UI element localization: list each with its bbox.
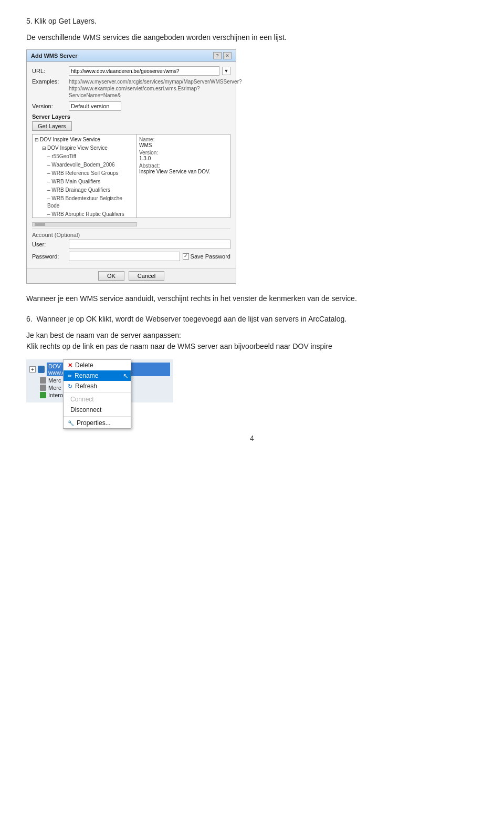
version-row: Version: Default version [32, 101, 230, 111]
merc1-text: Merc [48, 377, 61, 384]
titlebar-icons: ? ✕ [213, 52, 232, 59]
dialog-body: URL: ▼ Examples: http://www.myserver.com… [27, 62, 236, 268]
wms-dialog-screenshot: Add WMS Server ? ✕ URL: ▼ Examples: http… [26, 49, 236, 284]
refresh-label: Refresh [75, 383, 97, 390]
layer-text: WRB Drainage Qualifiers [51, 187, 110, 193]
rename-label: Rename [75, 372, 98, 379]
context-menu-rename[interactable]: ✏ Rename ↖ [64, 370, 131, 381]
version-dropdown[interactable]: Default version [69, 101, 121, 111]
url-input[interactable] [69, 66, 219, 76]
detail-version-value: 1.3.0 [139, 156, 151, 161]
get-layers-btn[interactable]: Get Layers [32, 121, 72, 131]
context-menu-popup: ✕ Delete ✏ Rename ↖ ↻ Refresh Connect [63, 359, 131, 429]
server-layers-label: Server Layers [32, 113, 230, 120]
step6-text: Wanneer je op OK klikt, wordt de Webserv… [36, 315, 346, 323]
step5-title: 5. Klik op Get Layers. [26, 16, 478, 27]
ok-button[interactable]: OK [98, 271, 124, 281]
step6-header: 6. Wanneer je op OK klikt, wordt de Webs… [26, 314, 478, 325]
dialog-footer: OK Cancel [27, 268, 236, 283]
detail-version-label: Version: [139, 150, 158, 156]
layer-item[interactable]: – WRB Abruptic Ruptic Qualifiers [34, 210, 135, 218]
url-label: URL: [32, 68, 66, 74]
layer-panel: ⊟ DOV Inspire View Service ⊟ DOV Inspire… [32, 134, 230, 218]
context-menu-properties[interactable]: 🔧 Properties... [64, 418, 131, 428]
connect-label: Connect [70, 396, 94, 403]
detail-name-label: Name: [139, 137, 154, 142]
layer-item[interactable]: – WRB Reference Soil Groups [34, 169, 135, 178]
step5-after-text: Wanneer je een WMS service aanduidt, ver… [26, 293, 478, 304]
version-label: Version: [32, 103, 66, 109]
dialog-titlebar: Add WMS Server ? ✕ [27, 50, 236, 62]
examples-line1: http://www.myserver.com/arcgis/services/… [69, 79, 242, 85]
password-label: Password: [32, 253, 66, 260]
examples-label: Examples: [32, 78, 66, 85]
properties-label: Properties... [77, 419, 111, 427]
refresh-icon: ↻ [68, 383, 72, 390]
step6-rename-text: Je kan best de naam van de server aanpas… [26, 330, 478, 352]
context-menu-refresh[interactable]: ↻ Refresh [64, 381, 131, 391]
detail-name-field: Name: WMS [139, 137, 228, 148]
delete-label: Delete [75, 361, 93, 369]
detail-name-value: WMS [139, 142, 152, 148]
detail-abstract-value: Inspire View Service van DOV. [139, 169, 211, 174]
layer-text: WRB Bodemtextuur Belgische Bode [47, 195, 122, 209]
user-input[interactable] [69, 240, 230, 249]
context-menu-sep1 [64, 392, 131, 393]
rename-icon: ✏ [68, 373, 72, 379]
layer-item[interactable]: – WRB Bodemtextuur Belgische Bode [34, 194, 135, 210]
layer-text: DOV Inspire View Service [40, 136, 100, 143]
layer-list[interactable]: ⊟ DOV Inspire View Service ⊟ DOV Inspire… [32, 134, 137, 218]
layer-text: DOV Inspire View Service [47, 144, 108, 152]
scrollbar-area [32, 222, 230, 226]
layer-text: Waardevolle_Bodem_2006 [51, 162, 114, 168]
examples-line2: http://www.example.com/servlet/com.esri.… [69, 86, 200, 98]
detail-abstract-label: Abstract: [139, 163, 160, 169]
expand-box-icon: + [29, 366, 36, 373]
expand-icon: ⊟ [35, 137, 39, 143]
layer-text: WRB Reference Soil Groups [51, 170, 118, 176]
layer-text: r55GeoTiff [51, 153, 76, 159]
context-background: + DOV Inspire View Service on www.dov.vl… [26, 359, 173, 402]
page-number: 4 [250, 434, 254, 442]
layer-item[interactable]: ⊟ DOV Inspire View Service [34, 136, 135, 144]
save-password-label[interactable]: Save Password [183, 253, 230, 260]
horizontal-scrollbar[interactable] [32, 222, 137, 226]
globe-icon [38, 366, 45, 373]
layer-text: WRB Abruptic Ruptic Qualifiers [51, 211, 124, 217]
context-menu-sep2 [64, 416, 131, 417]
properties-icon: 🔧 [68, 420, 74, 426]
password-input[interactable] [69, 252, 180, 261]
layer-item[interactable]: – Waardevolle_Bodem_2006 [34, 161, 135, 169]
examples-row: Examples: http://www.myserver.com/arcgis… [32, 78, 230, 99]
layer-icon [40, 377, 46, 384]
account-section: Account (Optional) User: Password: Save … [32, 229, 230, 261]
account-optional-label: Account (Optional) [32, 232, 230, 238]
layer-item[interactable]: – WRB Main Qualifiers [34, 178, 135, 186]
delete-icon: ✕ [68, 362, 72, 369]
step5-subtitle: De verschillende WMS services die aangeb… [26, 32, 478, 43]
detail-abstract-field: Abstract: Inspire View Service van DOV. [139, 163, 228, 174]
layer-icon [40, 385, 46, 391]
layer-text: WRB Main Qualifiers [51, 179, 100, 184]
context-menu-disconnect[interactable]: Disconnect [64, 405, 131, 415]
cancel-button[interactable]: Cancel [129, 271, 164, 281]
dialog-title: Add WMS Server [31, 53, 78, 59]
layer-detail-panel: Name: WMS Version: 1.3.0 Abstract: Inspi… [137, 134, 230, 218]
layer-item[interactable]: – r55GeoTiff [34, 152, 135, 161]
cursor-pointer: ↖ [123, 372, 129, 380]
url-dropdown-arrow[interactable]: ▼ [222, 67, 230, 75]
url-row: URL: ▼ [32, 66, 230, 76]
user-label: User: [32, 241, 66, 247]
examples-text: http://www.myserver.com/arcgis/services/… [69, 78, 242, 99]
detail-version-field: Version: 1.3.0 [139, 150, 228, 161]
page-footer: 4 [26, 434, 478, 442]
step6-num: 6. [26, 315, 33, 323]
layer-item[interactable]: ⊟ DOV Inspire View Service [34, 144, 135, 152]
context-menu-delete[interactable]: ✕ Delete [64, 360, 131, 370]
save-password-checkbox[interactable] [183, 253, 189, 260]
save-password-text: Save Password [191, 253, 230, 260]
layer-item[interactable]: – WRB Drainage Qualifiers [34, 186, 135, 194]
merc2-text: Merc [48, 385, 61, 391]
expand-icon: ⊟ [42, 145, 46, 152]
context-menu-screenshot: + DOV Inspire View Service on www.dov.vl… [26, 359, 478, 402]
